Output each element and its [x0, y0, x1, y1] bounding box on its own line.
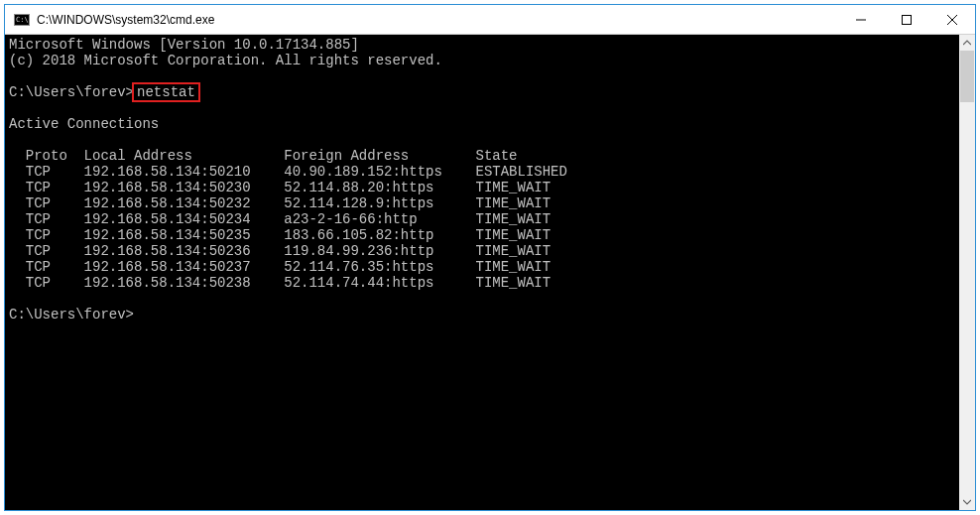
window-title: C:\WINDOWS\system32\cmd.exe [37, 13, 838, 27]
connections-table: TCP 192.168.58.134:50210 40.90.189.152:h… [9, 164, 567, 291]
scroll-down-arrow-icon[interactable] [959, 494, 975, 510]
table-header: Proto Local Address Foreign Address Stat… [9, 148, 517, 164]
scroll-thumb[interactable] [960, 51, 974, 102]
svg-rect-3 [903, 15, 912, 24]
minimize-button[interactable] [838, 5, 884, 34]
cmd-icon: C:\ [13, 13, 31, 27]
banner-line-1: Microsoft Windows [Version 10.0.17134.88… [9, 37, 359, 53]
maximize-button[interactable] [884, 5, 929, 34]
cmd-window: C:\ C:\WINDOWS\system32\cmd.exe Microsof… [4, 4, 976, 511]
titlebar[interactable]: C:\ C:\WINDOWS\system32\cmd.exe [5, 5, 975, 35]
highlighted-command: netstat [132, 82, 200, 102]
close-button[interactable] [929, 5, 975, 34]
prompt-1-prefix: C:\Users\forev> [9, 84, 134, 100]
prompt-2: C:\Users\forev> [9, 307, 134, 322]
section-title: Active Connections [9, 116, 159, 132]
svg-text:C:\: C:\ [16, 16, 29, 24]
banner-line-2: (c) 2018 Microsoft Corporation. All righ… [9, 53, 442, 68]
vertical-scrollbar[interactable] [959, 35, 975, 510]
terminal-output[interactable]: Microsoft Windows [Version 10.0.17134.88… [5, 35, 959, 510]
scroll-up-arrow-icon[interactable] [959, 35, 975, 51]
client-area: Microsoft Windows [Version 10.0.17134.88… [5, 35, 975, 510]
window-controls [838, 5, 975, 34]
